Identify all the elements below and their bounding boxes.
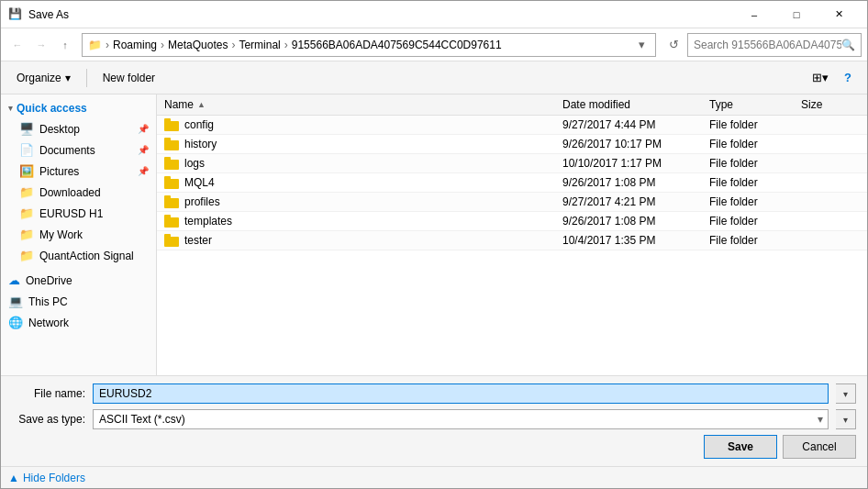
downloaded-folder-icon: 📁 <box>19 185 34 199</box>
search-box[interactable]: 🔍 <box>687 33 862 57</box>
sidebar-item-network[interactable]: 🌐 Network <box>1 312 156 333</box>
file-name: templates <box>184 215 232 228</box>
filename-dropdown-button[interactable]: ▾ <box>836 383 856 404</box>
filename-label: File name: <box>12 387 85 400</box>
file-size <box>794 212 867 230</box>
eurusd-folder-icon: 📁 <box>19 206 34 220</box>
column-header-type[interactable]: Type <box>702 94 794 115</box>
onedrive-icon: ☁ <box>8 273 20 287</box>
toolbar-separator <box>86 69 87 87</box>
up-button[interactable]: ↑ <box>54 34 76 56</box>
new-folder-button[interactable]: New folder <box>95 66 163 90</box>
filetype-select-wrapper: ASCII Text (*.csv)CSV (*.csv)Text (*.txt… <box>93 409 829 429</box>
sidebar-item-onedrive[interactable]: ☁ OneDrive <box>1 270 156 291</box>
close-button[interactable]: ✕ <box>818 1 860 28</box>
file-type: File folder <box>702 173 794 192</box>
table-row[interactable]: profiles 9/27/2017 4:21 PM File folder <box>157 193 867 212</box>
column-header-size[interactable]: Size <box>794 94 867 115</box>
table-row[interactable]: templates 9/26/2017 1:08 PM File folder <box>157 212 867 231</box>
file-type: File folder <box>702 231 794 250</box>
file-size <box>794 154 867 172</box>
pictures-icon: 🖼️ <box>19 164 34 178</box>
view-options-button[interactable]: ⊞▾ <box>808 66 832 90</box>
title-bar: 💾 Save As – □ ✕ <box>1 1 867 28</box>
table-row[interactable]: history 9/26/2017 10:17 PM File folder <box>157 135 867 154</box>
organize-button[interactable]: Organize ▾ <box>8 66 79 90</box>
file-name: profiles <box>184 195 220 208</box>
search-input[interactable] <box>694 39 841 51</box>
address-dropdown-button[interactable]: ▾ <box>633 33 650 57</box>
table-row[interactable]: logs 10/10/2017 1:17 PM File folder <box>157 154 867 173</box>
table-row[interactable]: MQL4 9/26/2017 1:08 PM File folder <box>157 173 867 193</box>
folder-icon <box>164 157 179 170</box>
thispc-icon: 💻 <box>8 295 23 308</box>
help-button[interactable]: ? <box>836 66 860 90</box>
documents-icon: 📄 <box>19 143 34 157</box>
file-rows-container: config 9/27/2017 4:44 PM File folder his… <box>157 116 867 250</box>
file-modified: 9/26/2017 1:08 PM <box>555 212 702 230</box>
quick-access-header[interactable]: ▾ Quick access <box>1 98 156 118</box>
refresh-button[interactable]: ↺ <box>662 33 685 57</box>
filename-input[interactable] <box>93 383 829 404</box>
file-size <box>794 231 867 250</box>
sidebar-item-desktop[interactable]: 🖥️ Desktop 📌 <box>1 118 156 139</box>
window-controls: – □ ✕ <box>733 1 860 28</box>
folder-icon <box>164 195 179 208</box>
mywork-folder-icon: 📁 <box>19 228 34 241</box>
file-size <box>794 193 867 211</box>
file-name: history <box>184 138 217 150</box>
file-name: tester <box>184 234 212 247</box>
forward-button[interactable]: → <box>30 34 52 56</box>
filetype-dropdown-button[interactable]: ▾ <box>836 409 856 429</box>
file-size <box>794 173 867 192</box>
column-header-modified[interactable]: Date modified <box>555 94 702 115</box>
sidebar-item-thispc[interactable]: 💻 This PC <box>1 291 156 312</box>
folder-icon <box>164 118 179 131</box>
column-header-name[interactable]: Name ▲ <box>157 94 555 115</box>
window-title: Save As <box>28 8 733 21</box>
filetype-label: Save as type: <box>12 413 85 426</box>
quick-access-chevron-icon: ▾ <box>8 104 13 113</box>
folder-icon <box>164 138 179 150</box>
action-buttons: Save Cancel <box>12 435 856 459</box>
file-modified: 10/10/2017 1:17 PM <box>555 154 702 172</box>
save-button[interactable]: Save <box>704 435 777 459</box>
folder-icon <box>164 176 179 189</box>
organize-chevron-icon: ▾ <box>65 72 71 84</box>
address-bar[interactable]: 📁 › Roaming › MetaQuotes › Terminal › 91… <box>82 33 656 57</box>
maximize-button[interactable]: □ <box>775 1 818 28</box>
sidebar-item-eurusd[interactable]: 📁 EURUSD H1 <box>1 203 156 224</box>
cancel-button[interactable]: Cancel <box>783 435 856 459</box>
pin-icon-docs: 📌 <box>138 145 149 155</box>
breadcrumb-terminal[interactable]: Terminal <box>239 39 280 51</box>
breadcrumb-metaquotes[interactable]: MetaQuotes <box>168 39 228 51</box>
file-type: File folder <box>702 212 794 230</box>
quantaction-folder-icon: 📁 <box>19 249 34 262</box>
file-name: MQL4 <box>184 176 215 189</box>
file-type: File folder <box>702 135 794 153</box>
quick-access-section: ▾ Quick access 🖥️ Desktop 📌 📄 Documents … <box>1 98 156 266</box>
table-row[interactable]: config 9/27/2017 4:44 PM File folder <box>157 116 867 135</box>
status-bar: ▲ Hide Folders <box>1 466 867 488</box>
sort-arrow-icon: ▲ <box>197 100 206 109</box>
breadcrumb-roaming[interactable]: Roaming <box>113 39 157 51</box>
sidebar-item-pictures[interactable]: 🖼️ Pictures 📌 <box>1 161 156 182</box>
sidebar-item-quantaction[interactable]: 📁 QuantAction Signal <box>1 245 156 266</box>
sidebar-item-documents[interactable]: 📄 Documents 📌 <box>1 139 156 161</box>
hide-folders-button[interactable]: ▲ Hide Folders <box>8 472 85 484</box>
file-modified: 9/26/2017 1:08 PM <box>555 173 702 192</box>
filetype-select[interactable]: ASCII Text (*.csv)CSV (*.csv)Text (*.txt… <box>93 409 829 429</box>
sidebar-item-mywork[interactable]: 📁 My Work <box>1 224 156 245</box>
breadcrumb: 📁 › Roaming › MetaQuotes › Terminal › 91… <box>88 39 633 51</box>
file-type: File folder <box>702 193 794 211</box>
minimize-button[interactable]: – <box>733 1 775 28</box>
file-modified: 9/26/2017 10:17 PM <box>555 135 702 153</box>
sidebar-item-downloaded[interactable]: 📁 Downloaded <box>1 182 156 203</box>
file-list: Name ▲ Date modified Type Size config 9/… <box>157 94 867 375</box>
pin-icon: 📌 <box>138 124 149 134</box>
breadcrumb-folder[interactable]: 915566BA06ADA407569C544CC0D97611 <box>292 39 502 51</box>
filename-row: File name: ▾ <box>12 383 856 404</box>
file-modified: 10/4/2017 1:35 PM <box>555 231 702 250</box>
back-button[interactable]: ← <box>6 34 28 56</box>
table-row[interactable]: tester 10/4/2017 1:35 PM File folder <box>157 231 867 250</box>
